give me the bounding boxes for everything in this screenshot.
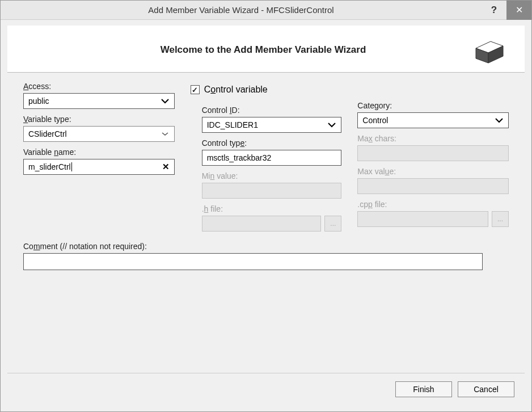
variable-type-value: CSliderCtrl <box>28 129 67 138</box>
category-combo[interactable]: Control <box>357 112 509 128</box>
package-icon <box>469 36 509 64</box>
wizard-title: Welcome to the Add Member Variable Wizar… <box>23 44 469 56</box>
control-variable-row[interactable]: ✓ Control variable <box>191 82 342 98</box>
h-file-input <box>202 216 322 232</box>
close-button[interactable]: ✕ <box>506 1 531 20</box>
control-type-label: Control type: <box>202 138 342 148</box>
control-variable-label: Control variable <box>204 85 268 95</box>
comment-input[interactable] <box>23 253 483 270</box>
min-value-input <box>202 183 342 199</box>
cancel-button[interactable]: Cancel <box>458 381 514 397</box>
text-cursor <box>71 162 72 171</box>
check-icon: ✓ <box>192 86 198 94</box>
control-id-label: Control ID: <box>202 106 342 115</box>
category-label: Category: <box>357 101 509 110</box>
access-value: public <box>28 96 49 106</box>
h-file-label: .h file: <box>202 204 342 213</box>
col-middle: ✓ Control variable Control ID: IDC_SLIDE… <box>191 82 342 237</box>
cpp-file-label: .cpp file: <box>357 200 509 209</box>
control-type-input: msctls_trackbar32 <box>202 150 342 166</box>
clear-icon[interactable]: ✕ <box>162 162 170 172</box>
control-type-value: msctls_trackbar32 <box>207 153 272 162</box>
variable-type-label: Variable type: <box>23 115 175 124</box>
variable-type-combo[interactable]: CSliderCtrl <box>23 126 175 142</box>
max-chars-input <box>357 145 509 161</box>
chevron-down-icon <box>161 131 170 137</box>
access-label: Access: <box>23 82 175 91</box>
wizard-body: Access: public Variable type: CSliderCtr… <box>7 73 525 373</box>
control-id-combo[interactable]: IDC_SLIDER1 <box>202 117 342 133</box>
max-chars-label: Max chars: <box>357 134 509 143</box>
h-file-browse-button: ... <box>324 216 341 232</box>
variable-name-input[interactable]: m_sliderCtrl ✕ <box>23 159 175 175</box>
chevron-down-icon <box>327 122 336 128</box>
access-combo[interactable]: public <box>23 93 175 109</box>
help-button[interactable]: ? <box>482 1 506 20</box>
window-title: Add Member Variable Wizard - MFCSliderCo… <box>1 5 482 15</box>
cpp-file-browse-button: ... <box>492 211 509 227</box>
titlebar: Add Member Variable Wizard - MFCSliderCo… <box>1 1 531 20</box>
category-value: Control <box>362 116 388 125</box>
col-left: Access: public Variable type: CSliderCtr… <box>23 82 175 237</box>
wizard-window: Add Member Variable Wizard - MFCSliderCo… <box>0 0 532 412</box>
variable-name-label: Variable name: <box>23 148 175 157</box>
wizard-header: Welcome to the Add Member Variable Wizar… <box>7 26 525 73</box>
col-right: Category: Control Max chars: Max value: … <box>357 82 509 237</box>
min-value-label: Min value: <box>202 171 342 180</box>
comment-label: Comment (// notation not required): <box>23 242 509 251</box>
wizard-footer: Finish Cancel <box>7 373 525 405</box>
variable-name-value: m_sliderCtrl <box>28 162 71 171</box>
max-value-label: Max value: <box>357 167 509 176</box>
control-id-value: IDC_SLIDER1 <box>207 120 258 129</box>
chevron-down-icon <box>161 98 170 104</box>
chevron-down-icon <box>495 117 504 123</box>
cpp-file-input <box>357 211 488 227</box>
max-value-input <box>357 178 509 194</box>
control-variable-checkbox[interactable]: ✓ <box>191 85 200 94</box>
finish-button[interactable]: Finish <box>395 381 452 397</box>
